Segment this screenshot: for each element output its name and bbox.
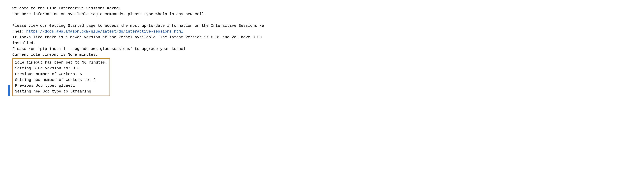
getting-started-line: Please view our Getting Started page to … [12,23,636,34]
boxed-line-1: idle_timeout has been set to 30 minutes. [15,60,107,65]
boxed-line-5: Previous Job type: glueetl [15,83,107,89]
cell-indicator-bar [8,85,10,96]
magic-commands-line: For more information on available magic … [12,11,636,17]
boxed-output: idle_timeout has been set to 30 minutes.… [12,58,110,96]
boxed-line-4: Setting new number of workers to: 2 [15,77,107,83]
version-notice-line: It looks like there is a newer version o… [12,34,636,46]
pip-install-line: Please run `pip install --upgrade aws-gl… [12,46,636,52]
welcome-line: Welcome to the Glue Interactive Sessions… [12,6,636,11]
output-area: Welcome to the Glue Interactive Sessions… [8,6,636,96]
boxed-line-6: Setting new Job type to Streaming [15,89,107,94]
boxed-line-3: Previous number of workers: 5 [15,71,107,77]
boxed-line-2: Setting Glue version to: 3.0 [15,65,107,71]
idle-timeout-line: Current idle_timeout is None minutes. [12,52,636,58]
docs-link[interactable]: https://docs.aws.amazon.com/glue/latest/… [26,29,183,34]
